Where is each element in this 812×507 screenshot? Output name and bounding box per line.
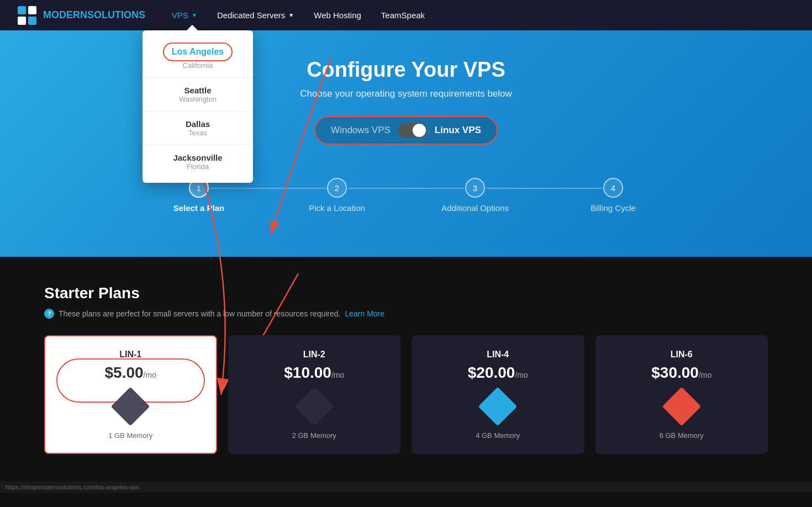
vps-chevron-icon: ▼ [192, 12, 197, 18]
nav-items: VPS ▼ Dedicated Servers ▼ Web Hosting Te… [162, 0, 435, 30]
step-3-label: Additional Options [441, 203, 509, 213]
step-4[interactable]: 4 Billing Cycle [544, 178, 682, 213]
plan-icon-lin2 [295, 393, 334, 420]
plan-name-lin1: LIN-1 [59, 350, 203, 360]
hero-subtitle: Choose your operating system requirement… [11, 88, 801, 99]
navbar: MODERNSOLUTIONS VPS ▼ Dedicated Servers … [0, 0, 812, 30]
starter-plans-title: Starter Plans [44, 284, 768, 302]
hero-section: Configure Your VPS Choose your operating… [0, 30, 812, 257]
plan-price-lin1: $5.00/mo [59, 364, 203, 382]
state-name-la: California [154, 61, 242, 70]
plan-card-lin2[interactable]: LIN-2 $10.00/mo 2 GB Memory [228, 335, 401, 454]
learn-more-link[interactable]: Learn More [345, 309, 384, 318]
plan-spec-lin4: 4 GB Memory [426, 431, 570, 440]
steps-bar: 1 Select a Plan 2 Pick a Location 3 Addi… [11, 161, 801, 224]
location-seattle[interactable]: Seattle Washington [143, 79, 253, 110]
city-name-seattle: Seattle [154, 86, 242, 95]
plan-price-lin2: $10.00/mo [242, 364, 387, 382]
state-name-jacksonville: Florida [154, 162, 242, 171]
location-dropdown: Los Angeles California Seattle Washingto… [143, 30, 253, 183]
statusbar: https://shopmodernsolutions.com/los-ange… [0, 482, 812, 493]
state-name-seattle: Washington [154, 95, 242, 103]
step-2-label: Pick a Location [309, 203, 365, 213]
step-3[interactable]: 3 Additional Options [406, 178, 544, 213]
hero-title: Configure Your VPS [11, 58, 801, 82]
logo-text: MODERNSOLUTIONS [43, 9, 145, 21]
os-toggle-container[interactable]: Windows VPS Linux VPS [314, 116, 498, 145]
plan-icon-lin6 [662, 393, 701, 420]
dropdown-arrow [187, 25, 198, 30]
info-text: These plans are perfect for small server… [59, 309, 340, 318]
svg-rect-1 [28, 6, 36, 14]
step-2-circle: 2 [327, 178, 347, 198]
nav-teamspeak[interactable]: TeamSpeak [371, 0, 435, 30]
plan-icon-lin1 [111, 393, 150, 420]
status-url: https://shopmodernsolutions.com/los-ange… [6, 484, 139, 490]
plan-spec-lin2: 2 GB Memory [242, 431, 387, 440]
plan-icon-lin4 [478, 393, 517, 420]
location-jacksonville[interactable]: Jacksonville Florida [143, 146, 253, 177]
section-info: ? These plans are perfect for small serv… [44, 309, 768, 319]
plan-price-lin4: $20.00/mo [426, 364, 570, 382]
divider-2 [143, 111, 253, 112]
plan-spec-lin1: 1 GB Memory [59, 431, 203, 440]
windows-vps-label: Windows VPS [331, 125, 391, 136]
linux-vps-label: Linux VPS [435, 125, 481, 136]
state-name-dallas: Texas [154, 129, 242, 137]
nav-dedicated-servers[interactable]: Dedicated Servers ▼ [207, 0, 304, 30]
plan-card-lin1[interactable]: LIN-1 $5.00/mo 1 GB Memory [44, 335, 217, 454]
divider-3 [143, 145, 253, 145]
city-name-la: Los Angeles [172, 47, 224, 57]
step-1[interactable]: 1 Select a Plan [130, 178, 268, 213]
plan-name-lin4: LIN-4 [426, 350, 570, 360]
hero-wrapper: Configure Your VPS Choose your operating… [0, 30, 812, 257]
logo[interactable]: MODERNSOLUTIONS [17, 5, 145, 26]
svg-rect-0 [18, 6, 26, 14]
plan-card-lin6[interactable]: LIN-6 $30.00/mo 6 GB Memory [595, 335, 768, 454]
svg-rect-2 [18, 17, 26, 25]
step-4-label: Billing Cycle [590, 203, 636, 213]
step-1-label: Select a Plan [173, 203, 225, 213]
toggle-thumb [413, 124, 426, 137]
location-dallas[interactable]: Dallas Texas [143, 113, 253, 144]
os-toggle-switch[interactable] [398, 123, 427, 138]
dedicated-chevron-icon: ▼ [288, 12, 294, 18]
nav-vps[interactable]: VPS ▼ [162, 0, 207, 30]
logo-icon [17, 5, 38, 26]
plans-grid: LIN-1 $5.00/mo 1 GB Memory LIN-2 $10.00/… [44, 335, 768, 454]
step-2[interactable]: 2 Pick a Location [268, 178, 406, 213]
info-icon: ? [44, 309, 54, 319]
divider-1 [143, 77, 253, 78]
step-3-circle: 3 [465, 178, 485, 198]
plan-name-lin2: LIN-2 [242, 350, 387, 360]
city-name-jacksonville: Jacksonville [154, 153, 242, 162]
plan-spec-lin6: 6 GB Memory [610, 431, 754, 440]
location-los-angeles[interactable]: Los Angeles California [143, 36, 253, 76]
step-4-circle: 4 [603, 178, 623, 198]
nav-web-hosting[interactable]: Web Hosting [304, 0, 371, 30]
plan-name-lin6: LIN-6 [610, 350, 754, 360]
main-content: Starter Plans ? These plans are perfect … [0, 257, 812, 482]
plan-price-lin6: $30.00/mo [610, 364, 754, 382]
svg-rect-3 [28, 17, 36, 25]
plan-card-lin4[interactable]: LIN-4 $20.00/mo 4 GB Memory [412, 335, 584, 454]
city-name-dallas: Dallas [154, 119, 242, 129]
